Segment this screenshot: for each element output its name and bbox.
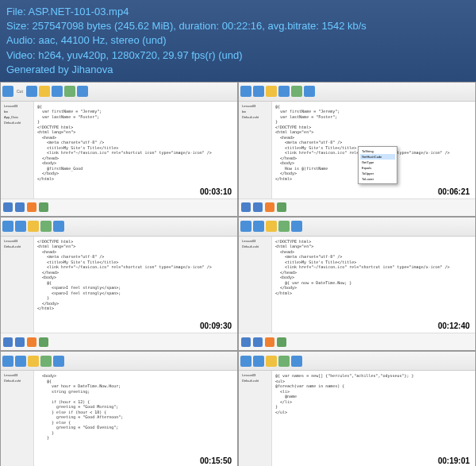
taskbar-icon[interactable] <box>3 202 13 212</box>
taskbar-icon[interactable] <box>253 337 263 347</box>
intellisense-item[interactable]: GetType <box>360 160 395 165</box>
taskbar[interactable] <box>239 333 475 350</box>
taskbar-icon[interactable] <box>39 337 48 347</box>
thumbnail-5: Lesson03 Default.csht <body> @{ var hour… <box>0 351 238 466</box>
solution-explorer[interactable]: Lesson03 Default.csht <box>1 371 34 466</box>
tree-item[interactable]: bin <box>2 109 32 114</box>
ribbon-button[interactable] <box>40 356 52 367</box>
ribbon-button[interactable] <box>253 86 264 97</box>
tree-item[interactable]: bin <box>240 109 270 114</box>
tree-item[interactable]: Default.csht <box>2 378 32 383</box>
thumbnail-6: Lesson03 Default.csht @{ var names = new… <box>238 351 476 466</box>
tree-item[interactable]: Lesson03 <box>240 372 270 378</box>
ribbon-button[interactable] <box>40 221 52 232</box>
tree-item[interactable]: Default.csht <box>240 244 270 249</box>
intellisense-popup[interactable]: ToString GetHashCode GetType Equals ToUp… <box>358 146 397 184</box>
ribbon-button[interactable] <box>304 86 315 97</box>
ribbon-button[interactable] <box>53 221 64 232</box>
media-info-header: File: ASP.NET-101-03.mp4 Size: 257547098… <box>0 0 476 82</box>
taskbar[interactable] <box>239 198 475 216</box>
file-label: File: <box>6 6 28 17</box>
ribbon-button[interactable] <box>77 86 88 97</box>
ribbon-button[interactable] <box>291 356 302 367</box>
intellisense-item[interactable]: ToString <box>360 148 395 154</box>
taskbar-icon[interactable] <box>3 337 13 347</box>
ribbon-button[interactable] <box>52 86 63 97</box>
tree-item[interactable]: Lesson03 <box>2 372 32 378</box>
tree-item[interactable]: Lesson03 <box>240 103 270 109</box>
ribbon-button[interactable] <box>15 356 26 367</box>
intellisense-item[interactable]: ToUpper <box>360 171 395 176</box>
ribbon-button[interactable] <box>2 356 13 367</box>
ribbon <box>239 83 475 102</box>
code-editor[interactable]: <body> @{ var hour = DateTime.Now.Hour; … <box>34 371 237 466</box>
ribbon-button[interactable] <box>266 221 277 232</box>
tree-item[interactable]: Default.csht <box>2 120 32 125</box>
ribbon-button[interactable] <box>2 86 13 97</box>
tree-item[interactable]: Default.csht <box>240 114 270 120</box>
taskbar-icon[interactable] <box>27 202 36 212</box>
solution-explorer[interactable]: Lesson03 bin App_Data Default.csht <box>1 102 34 198</box>
taskbar-icon[interactable] <box>15 202 25 212</box>
ribbon-button[interactable] <box>2 221 13 232</box>
code-editor[interactable]: <!DOCTYPE html> <html lang="en"> <head> … <box>272 237 475 333</box>
tree-item[interactable]: Lesson03 <box>2 103 32 109</box>
tree-item[interactable]: Default.csht <box>240 378 270 383</box>
ribbon-button[interactable] <box>240 221 251 232</box>
ribbon-button[interactable] <box>253 356 264 367</box>
ribbon-button[interactable] <box>291 221 302 232</box>
ribbon-button[interactable] <box>240 86 251 97</box>
taskbar[interactable] <box>1 333 237 350</box>
code-editor[interactable]: @{ var names = new[] {"hercules","achill… <box>272 371 475 466</box>
intellisense-item[interactable]: Equals <box>360 165 395 171</box>
taskbar-icon[interactable] <box>241 337 251 347</box>
ribbon-button[interactable] <box>278 221 290 232</box>
taskbar-icon[interactable] <box>241 202 251 212</box>
taskbar-icon[interactable] <box>15 337 25 347</box>
ribbon-button[interactable] <box>291 86 302 97</box>
taskbar-icon[interactable] <box>27 337 36 347</box>
ribbon-button[interactable] <box>28 221 39 232</box>
thumbnail-1: Cut Lesson03 bin App_Data Default.csht @… <box>0 82 238 217</box>
ribbon-button[interactable] <box>64 86 75 97</box>
code-editor[interactable]: <!DOCTYPE html> <html lang="en"> <head> … <box>34 237 237 333</box>
tree-item[interactable]: Default.csht <box>2 244 32 249</box>
ribbon-button[interactable] <box>39 86 50 97</box>
timestamp: 00:19:01 <box>436 456 472 466</box>
ribbon-button[interactable] <box>253 221 264 232</box>
size-label: Size: <box>6 20 33 32</box>
gen-value: Jihanova <box>71 64 113 75</box>
taskbar-icon[interactable] <box>253 202 263 212</box>
solution-explorer[interactable]: Lesson03 Default.csht <box>1 237 34 333</box>
intellisense-item[interactable]: ToLower <box>360 176 395 182</box>
ribbon-button[interactable] <box>278 356 290 367</box>
tree-item[interactable]: App_Data <box>2 114 32 120</box>
code-editor[interactable]: @{ var firstName = "Jeremy"; var lastNam… <box>34 102 237 198</box>
audio-label: Audio: <box>6 34 38 46</box>
ribbon-button[interactable] <box>28 356 39 367</box>
ribbon-button[interactable] <box>26 86 37 97</box>
ribbon-button[interactable] <box>53 356 64 367</box>
solution-explorer[interactable]: Lesson03 Default.csht <box>239 371 272 466</box>
solution-explorer[interactable]: Lesson03 Default.csht <box>239 237 272 333</box>
ribbon-button[interactable] <box>266 356 277 367</box>
thumbnail-4: Lesson03 Default.csht <!DOCTYPE html> <h… <box>238 217 476 352</box>
ribbon-button[interactable] <box>278 86 290 97</box>
taskbar-icon[interactable] <box>277 202 286 212</box>
taskbar-icon[interactable] <box>265 202 274 212</box>
solution-explorer[interactable]: Lesson03 bin Default.csht <box>239 102 272 198</box>
tree-item[interactable]: Lesson03 <box>240 238 270 244</box>
video-label: Video: <box>6 49 38 61</box>
timestamp: 00:09:30 <box>198 321 234 331</box>
ribbon <box>239 352 475 371</box>
intellisense-item[interactable]: GetHashCode <box>360 154 395 160</box>
ribbon <box>1 352 237 371</box>
ribbon-button[interactable] <box>240 356 251 367</box>
ribbon-button[interactable] <box>15 221 26 232</box>
taskbar-icon[interactable] <box>277 337 286 347</box>
taskbar-icon[interactable] <box>39 202 48 212</box>
taskbar[interactable] <box>1 198 237 216</box>
ribbon-button[interactable] <box>266 86 277 97</box>
taskbar-icon[interactable] <box>265 337 274 347</box>
tree-item[interactable]: Lesson03 <box>2 238 32 244</box>
